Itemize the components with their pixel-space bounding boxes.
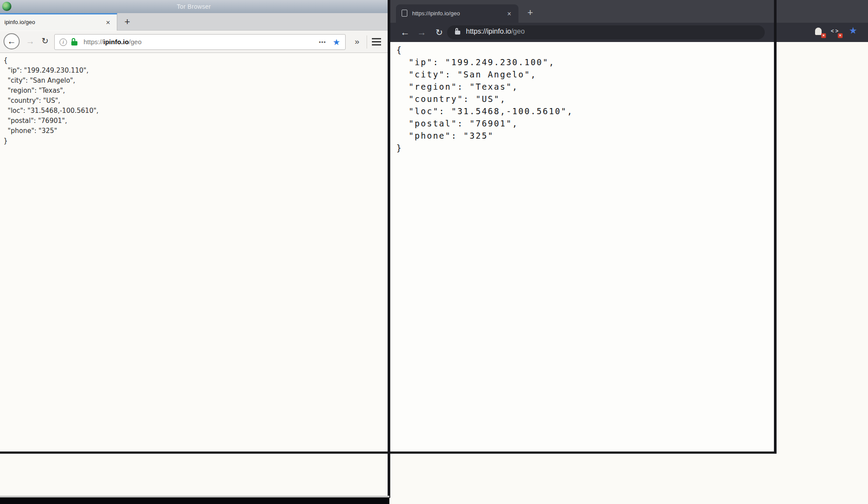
overflow-chevron-icon[interactable]: » [350,35,364,49]
tab-ipinfo[interactable]: https://ipinfo.io/geo × [396,4,518,23]
titlebar[interactable]: Tor Browser [0,0,388,13]
json-response-text: { "ip": "199.249.230.110", "city": "San … [4,56,98,146]
bookmark-star-icon[interactable]: ★ [330,36,343,48]
new-tab-button[interactable]: + [524,7,537,20]
reload-button[interactable]: ↻ [432,26,446,39]
toolbar-separator [367,35,367,49]
extension-badge: × [838,33,843,38]
tab-bar: https://ipinfo.io/geo × + [390,0,774,23]
chrome-browser-window: https://ipinfo.io/geo × + ← → ↻ https://… [390,0,774,452]
tor-browser-window: Tor Browser ipinfo.io/geo × + ← → ↻ i ht… [0,0,388,452]
reload-button[interactable]: ↻ [38,34,52,48]
code-extension-icon[interactable]: < > × [832,27,840,37]
url-path: /geo [129,38,141,46]
ghost-extension-icon[interactable]: × [815,27,824,37]
tab-close-icon[interactable]: × [102,17,114,28]
desktop: Tor Browser ipinfo.io/geo × + ← → ↻ i ht… [0,0,868,504]
url-bar[interactable]: i https://ipinfo.io/geo ••• ★ [54,34,346,50]
tab-title: https://ipinfo.io/geo [412,10,460,17]
url-path: /geo [511,28,525,35]
forward-button[interactable]: → [24,34,37,48]
url-main: https://ipinfo.io [466,28,511,35]
new-tab-button[interactable]: + [120,15,135,29]
taskbar-strip [0,497,389,504]
hamburger-menu-icon[interactable] [371,37,382,47]
page-document-icon [402,10,407,17]
url-scheme: https:// [84,38,103,46]
window-border-left [388,0,390,498]
bookmark-star-icon[interactable]: ★ [847,25,859,36]
ghost-icon [815,28,822,35]
tab-bar: ipinfo.io/geo × + [0,13,388,31]
back-button[interactable]: ← [4,33,20,49]
window-border-right [774,0,777,454]
navigation-toolbar: ← → ↻ i https://ipinfo.io/geo ••• ★ » [0,31,388,53]
secure-lock-icon[interactable] [71,41,77,46]
page-actions-icon[interactable]: ••• [314,38,331,47]
window-title: Tor Browser [0,3,388,10]
page-info-icon[interactable]: i [60,38,67,46]
url-host: ipinfo.io [103,38,129,46]
back-button[interactable]: ← [398,26,412,39]
tab-title: ipinfo.io/geo [4,19,35,25]
navigation-toolbar: ← → ↻ https://ipinfo.io/geo [390,23,774,42]
url-bar[interactable]: https://ipinfo.io/geo [447,25,765,39]
url-text[interactable]: https://ipinfo.io/geo [84,38,142,46]
json-response-text: { "ip": "199.249.230.100", "city": "San … [396,44,573,154]
secure-lock-icon[interactable] [455,31,460,35]
forward-button[interactable]: → [415,26,429,39]
url-text[interactable]: https://ipinfo.io/geo [466,28,525,35]
tab-ipinfo[interactable]: ipinfo.io/geo × [0,13,117,31]
window-border-bottom [0,452,777,454]
background-window-tab-bar [777,0,868,23]
background-window-toolbar: × < > × ★ [777,23,868,42]
extension-badge: × [821,33,826,38]
tab-close-icon[interactable]: × [504,9,514,19]
code-icon: < > [831,28,838,34]
